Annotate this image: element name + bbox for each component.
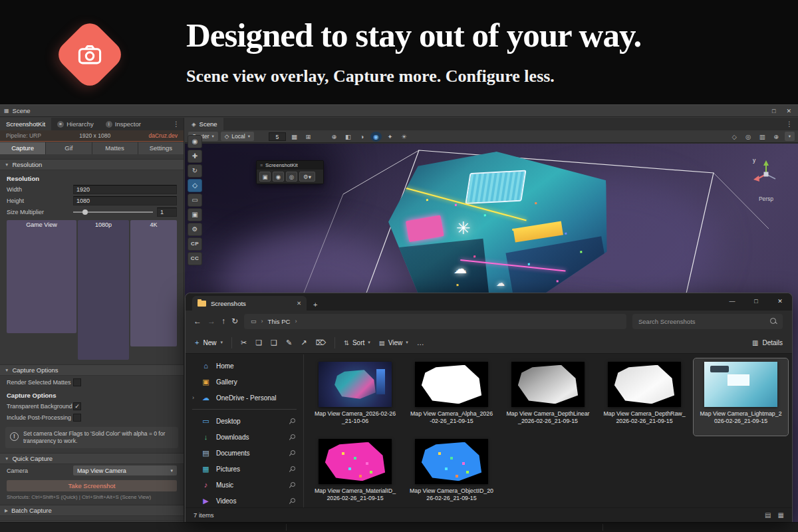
tab-mattes[interactable]: Mattes xyxy=(92,142,138,154)
maximize-icon[interactable]: □ xyxy=(744,293,768,309)
scene-orientation-gizmo[interactable]: y Persp xyxy=(749,158,783,202)
grid-size-field[interactable]: 5 xyxy=(269,132,286,141)
preview-eye-icon[interactable]: ◎ xyxy=(286,172,297,182)
file-item-selected[interactable]: Map View Camera_Lightmap_2026-02-26_21-0… xyxy=(694,358,788,436)
thumbnail-view-icon[interactable]: ▦ xyxy=(778,511,784,519)
close-icon[interactable]: ✕ xyxy=(768,293,792,309)
share-icon[interactable]: ↗ xyxy=(301,338,307,347)
tab-settings[interactable]: Settings xyxy=(138,142,184,154)
slider-knob[interactable] xyxy=(82,209,88,215)
sidebar-item-music[interactable]: ♪ Music xyxy=(186,477,303,493)
width-input[interactable] xyxy=(73,185,177,194)
file-item[interactable]: Map View Camera_ObjectID_2026-02-26_21-0… xyxy=(404,436,499,513)
size-multiplier-slider[interactable] xyxy=(73,207,153,216)
drag-handle-icon[interactable]: ≡ xyxy=(260,163,263,168)
render-selected-mattes-checkbox[interactable] xyxy=(73,378,81,386)
overlay-settings-icon[interactable]: ⚙▾ xyxy=(299,172,315,182)
file-item[interactable]: Map View Camera_DepthRaw_2026-02-26_21-0… xyxy=(597,358,692,436)
view-dropdown[interactable]: ▤ View ▾ xyxy=(379,339,408,346)
sidebar-item-desktop[interactable]: ▭ Desktop xyxy=(186,413,303,429)
tool-settings-icon[interactable]: ⊕ xyxy=(329,132,340,142)
minimize-icon[interactable]: — xyxy=(720,293,744,309)
file-item[interactable]: Map View Camera_MaterialID_2026-02-26_21… xyxy=(308,436,402,513)
cc-tool-button[interactable]: CC xyxy=(188,252,202,265)
rotate-tool-icon[interactable]: ↻ xyxy=(188,164,202,178)
height-input[interactable] xyxy=(73,196,177,205)
scene-lighting-icon[interactable]: ◉ xyxy=(370,132,382,142)
copy-icon[interactable]: ❏ xyxy=(255,338,262,347)
rename-icon[interactable]: ✎ xyxy=(286,338,292,347)
scale-tool-icon[interactable]: ◇ xyxy=(188,179,202,192)
back-icon[interactable]: ← xyxy=(194,317,201,326)
list-view-icon[interactable]: ▤ xyxy=(765,511,771,519)
sidebar-item-gallery[interactable]: ▣ Gallery xyxy=(186,374,303,390)
audio-icon[interactable]: ◇ xyxy=(729,132,740,142)
file-item[interactable]: Map View Camera_DepthLinear_2026-02-26_2… xyxy=(501,358,595,436)
gizmos-icon[interactable]: ⊕ xyxy=(771,132,782,142)
preset-1080p-button[interactable]: 1080p xyxy=(78,220,129,360)
move-tool-icon[interactable]: ✚ xyxy=(188,150,202,163)
sidebar-item-videos[interactable]: ▶ Videos xyxy=(186,493,303,507)
breadcrumb[interactable]: ▭ › This PC › xyxy=(244,314,626,329)
foldout-batch-capture[interactable]: ▶ Batch Capture xyxy=(0,505,184,516)
snap-settings-icon[interactable]: ⊞ xyxy=(303,132,314,142)
game-view-button[interactable]: Game View xyxy=(7,220,76,333)
search-input[interactable]: Search Screenshots xyxy=(632,314,783,329)
new-tab-button[interactable]: + xyxy=(307,301,324,311)
cp-tool-button[interactable]: CP xyxy=(188,237,202,251)
tab-hierarchy[interactable]: ≡ Hierarchy xyxy=(51,118,100,130)
tab-close-icon[interactable]: ✕ xyxy=(297,300,301,307)
file-item[interactable]: Map View Camera_Alpha_2026-02-26_21-09-1… xyxy=(404,358,499,436)
take-screenshot-button[interactable]: Take Screenshot xyxy=(7,480,177,491)
details-pane-button[interactable]: ▥ Details xyxy=(752,339,783,346)
projection-label[interactable]: Persp xyxy=(749,196,783,202)
sidebar-item-downloads[interactable]: ↓ Downloads xyxy=(186,429,303,445)
unity-close-icon[interactable]: ✕ xyxy=(786,108,791,114)
tab-screenshotkit[interactable]: ScreenshotKit xyxy=(0,118,51,130)
sidebar-item-onedrive[interactable]: › ☁ OneDrive - Personal xyxy=(186,390,303,406)
sidebar-item-pictures[interactable]: ▦ Pictures xyxy=(186,461,303,477)
new-button[interactable]: + New ▾ xyxy=(195,338,223,346)
delete-icon[interactable]: ⌦ xyxy=(315,338,326,347)
screenshotkit-overlay[interactable]: ≡ ScreenshotKit ▣ ◉ ◎ ⚙▾ xyxy=(256,160,324,184)
custom-tool-icon[interactable]: ⚙ xyxy=(188,223,202,236)
forward-icon[interactable]: → xyxy=(207,317,215,326)
more-options-icon[interactable]: … xyxy=(417,338,424,346)
tab-gif[interactable]: Gif xyxy=(46,142,91,154)
include-post-processing-checkbox[interactable] xyxy=(73,414,81,422)
breadcrumb-this-pc[interactable]: This PC xyxy=(268,318,291,325)
gallery-capture-icon[interactable]: ▣ xyxy=(259,172,271,182)
file-item[interactable]: Map View Camera_2026-02-26_21-10-06 xyxy=(308,358,402,436)
camera-dropdown[interactable]: Map View Camera ▾ xyxy=(73,466,177,475)
visibility-icon[interactable]: ◎ xyxy=(743,132,754,142)
foldout-capture-options[interactable]: ▼ Capture Options xyxy=(0,364,184,376)
view-tool-icon[interactable]: ◉ xyxy=(188,135,202,148)
transform-tool-icon[interactable]: ▣ xyxy=(188,208,202,221)
explorer-tab[interactable]: Screenshots ✕ xyxy=(192,296,307,311)
view-options-icon[interactable]: ◑ xyxy=(356,132,368,142)
tab-inspector[interactable]: i Inspector xyxy=(100,118,147,130)
effects-icon[interactable]: ✦ xyxy=(384,132,396,142)
search-dropdown[interactable]: ▾ xyxy=(785,132,795,141)
foldout-quick-capture[interactable]: ▼ Quick Capture xyxy=(0,453,184,464)
shading-mode-icon[interactable]: ◧ xyxy=(342,132,354,142)
cut-icon[interactable]: ✂ xyxy=(241,338,247,347)
rect-tool-icon[interactable]: ▭ xyxy=(188,194,202,207)
tab-capture[interactable]: Capture xyxy=(0,142,45,154)
panel-menu-icon[interactable]: ⋮ xyxy=(169,120,184,128)
scene-menu-icon[interactable]: ⋮ xyxy=(781,120,798,128)
tab-scene[interactable]: ◈ Scene xyxy=(185,118,223,130)
orientation-dropdown[interactable]: ◇ Local ▾ xyxy=(221,132,254,141)
chevron-right-icon[interactable]: › xyxy=(192,394,194,401)
paste-icon[interactable]: ❑ xyxy=(271,338,277,347)
up-icon[interactable]: ↑ xyxy=(221,317,225,326)
refresh-icon[interactable]: ↻ xyxy=(231,317,238,326)
transparent-background-checkbox[interactable]: ✓ xyxy=(73,402,81,410)
sidebar-item-home[interactable]: ⌂ Home xyxy=(186,358,303,374)
foldout-resolution[interactable]: ▼ Resolution xyxy=(0,159,184,170)
sidebar-item-documents[interactable]: ▤ Documents xyxy=(186,445,303,461)
grid-snap-icon[interactable]: ▦ xyxy=(289,132,300,142)
sort-dropdown[interactable]: ⇅ Sort ▾ xyxy=(344,339,370,346)
camera-preview-icon[interactable]: ▥ xyxy=(757,132,768,142)
preset-4k-button[interactable]: 4K xyxy=(130,220,177,346)
